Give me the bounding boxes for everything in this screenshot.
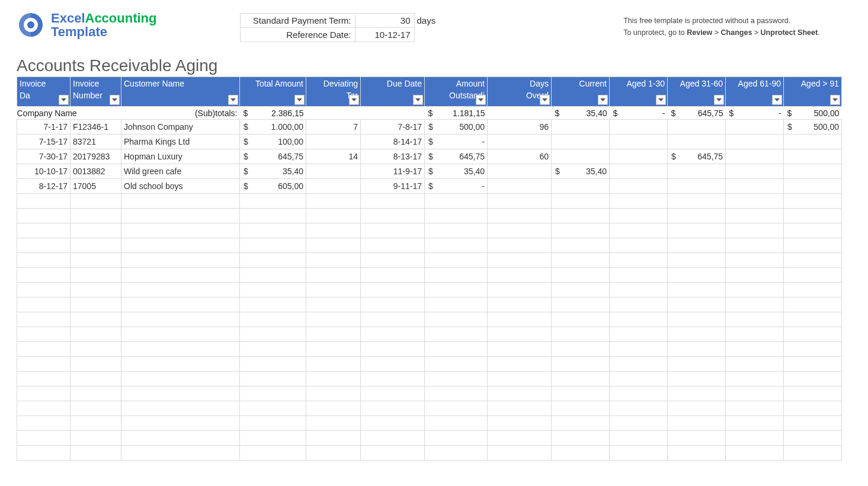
empty-cell[interactable] [71, 357, 121, 372]
empty-cell[interactable] [121, 238, 240, 253]
empty-cell[interactable] [71, 401, 121, 416]
cell-aged-61-90[interactable] [726, 164, 784, 179]
hdr-due-date[interactable]: Due Date [361, 77, 425, 107]
empty-cell[interactable] [610, 386, 668, 401]
empty-cell[interactable] [784, 372, 842, 386]
empty-cell[interactable] [552, 386, 610, 401]
empty-cell[interactable] [361, 357, 425, 372]
empty-cell[interactable] [784, 386, 842, 401]
empty-cell[interactable] [488, 446, 552, 461]
empty-cell[interactable] [488, 342, 552, 357]
empty-cell[interactable] [240, 372, 306, 386]
empty-cell[interactable] [552, 327, 610, 342]
empty-cell[interactable] [17, 401, 71, 416]
empty-cell[interactable] [361, 431, 425, 446]
cell-aged-61-90[interactable] [726, 149, 784, 164]
empty-cell[interactable] [552, 298, 610, 312]
empty-cell[interactable] [361, 238, 425, 253]
empty-cell[interactable] [425, 298, 488, 312]
empty-cell[interactable] [610, 342, 668, 357]
empty-cell[interactable] [361, 446, 425, 461]
empty-cell[interactable] [425, 386, 488, 401]
empty-cell[interactable] [121, 223, 240, 238]
empty-cell[interactable] [17, 446, 71, 461]
empty-cell[interactable] [668, 253, 726, 268]
hdr-customer-name[interactable]: Customer Name [121, 77, 240, 107]
empty-cell[interactable] [71, 298, 121, 312]
cell-aged-61-90[interactable] [726, 179, 784, 194]
empty-cell[interactable] [784, 327, 842, 342]
empty-cell[interactable] [668, 431, 726, 446]
empty-cell[interactable] [726, 283, 784, 298]
empty-cell[interactable] [726, 357, 784, 372]
empty-cell[interactable] [726, 342, 784, 357]
empty-cell[interactable] [306, 446, 361, 461]
empty-cell[interactable] [610, 223, 668, 238]
empty-cell[interactable] [240, 386, 306, 401]
empty-cell[interactable] [784, 223, 842, 238]
hdr-aged-1-30[interactable]: Aged 1-30 [610, 77, 668, 107]
hdr-aged-over-91[interactable]: Aged > 91 [784, 77, 842, 107]
cell-due-date[interactable]: 8-14-17 [361, 135, 425, 149]
cell-total-amount[interactable]: $1.000,00 [240, 120, 306, 135]
empty-cell[interactable] [668, 386, 726, 401]
cell-aged-over-91[interactable] [784, 149, 842, 164]
empty-cell[interactable] [726, 253, 784, 268]
empty-cell[interactable] [121, 268, 240, 283]
empty-cell[interactable] [668, 209, 726, 223]
empty-cell[interactable] [121, 386, 240, 401]
hdr-invoice-date[interactable]: InvoiceDa [17, 77, 71, 107]
empty-cell[interactable] [488, 283, 552, 298]
empty-cell[interactable] [361, 416, 425, 431]
empty-cell[interactable] [610, 283, 668, 298]
empty-cell[interactable] [552, 431, 610, 446]
empty-cell[interactable] [121, 372, 240, 386]
cell-amount-outstanding[interactable]: $645,75 [425, 149, 488, 164]
empty-cell[interactable] [121, 357, 240, 372]
empty-cell[interactable] [488, 238, 552, 253]
empty-cell[interactable] [17, 327, 71, 342]
filter-icon[interactable] [830, 95, 840, 105]
filter-icon[interactable] [228, 95, 238, 105]
empty-cell[interactable] [552, 253, 610, 268]
cell-invoice-date[interactable]: 7-1-17 [17, 120, 71, 135]
empty-cell[interactable] [425, 342, 488, 357]
empty-cell[interactable] [726, 268, 784, 283]
empty-cell[interactable] [306, 372, 361, 386]
empty-cell[interactable] [306, 312, 361, 327]
empty-cell[interactable] [121, 342, 240, 357]
cell-aged-1-30[interactable] [610, 120, 668, 135]
empty-cell[interactable] [726, 298, 784, 312]
empty-cell[interactable] [552, 357, 610, 372]
empty-cell[interactable] [488, 223, 552, 238]
empty-cell[interactable] [668, 298, 726, 312]
cell-aged-31-60[interactable]: $645,75 [668, 149, 726, 164]
filter-icon[interactable] [598, 95, 608, 105]
empty-cell[interactable] [552, 312, 610, 327]
empty-cell[interactable] [71, 238, 121, 253]
empty-cell[interactable] [240, 268, 306, 283]
empty-cell[interactable] [784, 416, 842, 431]
cell-amount-outstanding[interactable]: $500,00 [425, 120, 488, 135]
param-term-value[interactable]: 30 [355, 14, 414, 28]
hdr-invoice-number[interactable]: InvoiceNumber [71, 77, 121, 107]
empty-cell[interactable] [784, 298, 842, 312]
cell-aged-31-60[interactable] [668, 179, 726, 194]
empty-cell[interactable] [726, 209, 784, 223]
cell-aged-over-91[interactable] [784, 179, 842, 194]
empty-cell[interactable] [425, 209, 488, 223]
cell-aged-61-90[interactable] [726, 135, 784, 149]
empty-cell[interactable] [784, 238, 842, 253]
empty-cell[interactable] [425, 431, 488, 446]
empty-cell[interactable] [610, 253, 668, 268]
empty-cell[interactable] [240, 194, 306, 209]
empty-cell[interactable] [306, 238, 361, 253]
empty-cell[interactable] [240, 401, 306, 416]
empty-cell[interactable] [71, 283, 121, 298]
empty-cell[interactable] [361, 253, 425, 268]
empty-cell[interactable] [71, 431, 121, 446]
empty-cell[interactable] [668, 372, 726, 386]
empty-cell[interactable] [610, 401, 668, 416]
cell-invoice-number[interactable]: F12346-1 [71, 120, 121, 135]
cell-invoice-date[interactable]: 10-10-17 [17, 164, 71, 179]
